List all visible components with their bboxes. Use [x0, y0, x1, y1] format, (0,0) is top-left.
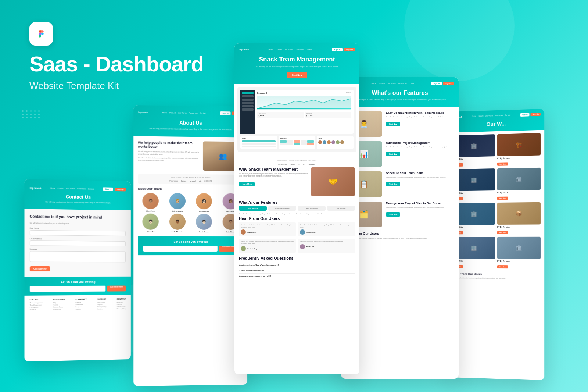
works-nav-contact[interactable]: Contact	[505, 114, 510, 116]
snack-nav-ourworks[interactable]: Our Works	[284, 49, 293, 51]
about-logo: logomark	[138, 111, 148, 113]
contact-nav-resources[interactable]: Resources	[77, 188, 86, 190]
work-btn-2[interactable]: Start Now	[497, 162, 508, 166]
work-thumb-4: 🏛️	[497, 168, 541, 190]
about-newsletter-input[interactable]	[143, 245, 217, 251]
snack-nav-feature[interactable]: Feature	[276, 49, 282, 51]
feature-btn-1[interactable]: Start Now	[386, 122, 400, 126]
about-newsletter-title: Let us send you offering	[143, 240, 238, 243]
snack-nav-home[interactable]: Home	[268, 49, 273, 51]
about-nav-product[interactable]: Product	[169, 111, 176, 114]
contact-nav-product[interactable]: Product	[57, 187, 64, 189]
features-signup-btn[interactable]: Sign Up	[443, 82, 454, 85]
faq-item-3[interactable]: How many team members can I add?	[239, 274, 355, 279]
snack-signin-btn[interactable]: Sign In	[332, 48, 343, 51]
faq-item-1[interactable]: How to start using Snack Team Management…	[239, 263, 355, 268]
email-input[interactable]	[30, 240, 126, 246]
contact-submit-btn[interactable]: ContactNow	[30, 266, 50, 271]
testimonial-4-name: Albert Lime	[306, 246, 314, 247]
features-hear-text: We will also facilitate the business reg…	[345, 238, 454, 240]
feature-btn-4[interactable]: Start Now	[386, 212, 400, 217]
feature-tab-project[interactable]: Project Management	[268, 206, 296, 211]
works-nav-feature[interactable]: Feature	[478, 115, 483, 117]
contact-left-text: Contact me to if you have project in min…	[30, 214, 126, 220]
feature-tab-team-msg[interactable]: Team Message	[239, 206, 267, 211]
footer-community: COMMUNITY CreatorsDevelopersDesignersSup…	[76, 298, 87, 310]
dash-calendar: Schedule	[279, 136, 315, 149]
contact-newsletter-input[interactable]	[30, 285, 105, 292]
work-btn-4[interactable]: Start Now	[497, 197, 508, 200]
snack-nav-resources[interactable]: Resources	[295, 49, 304, 51]
about-hero-heading: We help people to make their team works …	[138, 140, 199, 150]
dash-cal-title: Schedule	[280, 138, 314, 139]
svg-marker-0	[257, 99, 351, 110]
work-btn-6[interactable]: Start Now	[497, 231, 508, 234]
features-title: What's our Features	[345, 90, 454, 96]
works-nav-ourworks[interactable]: Our Works	[485, 115, 493, 117]
testimonial-1: We will also facilitate the business reg…	[239, 222, 296, 236]
works-nav-home[interactable]: Home	[472, 115, 476, 117]
faq-item-2[interactable]: Is there a free trial available?	[239, 268, 355, 274]
about-nav-contact[interactable]: Contact	[200, 112, 206, 114]
snack-learn-more-btn[interactable]: Learn More	[239, 182, 255, 186]
cal-8	[294, 143, 300, 145]
snack-nav-contact[interactable]: Contact	[306, 49, 312, 51]
about-nav-resources[interactable]: Resources	[189, 112, 198, 114]
snack-trust-logos: Flowbase Canva ▲ att CBMPAT	[239, 163, 355, 165]
works-signup-btn[interactable]: Sign Up	[531, 113, 541, 116]
contact-signup-btn[interactable]: Sign Up	[115, 188, 126, 191]
feature-btn-3[interactable]: Start Now	[386, 182, 400, 186]
features-nav-resources[interactable]: Resources	[398, 82, 407, 85]
avatar-bessie: 👨🏻	[196, 214, 212, 230]
feature-tab-tasks[interactable]: Tasks Scheduling	[298, 206, 326, 211]
feature-icon-2: 📊	[359, 150, 369, 158]
message-input[interactable]	[30, 251, 126, 262]
cal-2	[287, 140, 294, 143]
works-nav-resources[interactable]: Resources	[495, 114, 503, 117]
work-btn-8[interactable]: Start Now	[497, 265, 508, 268]
works-hear-title: Hear From Our Users	[453, 272, 541, 276]
features-signin-btn[interactable]: Sign In	[431, 82, 442, 85]
work-thumb-8: 🏛️	[497, 237, 541, 259]
snack-features-tabs: Team Message Project Management Tasks Sc…	[239, 206, 355, 211]
testimonial-1-text: We will also facilitate the business reg…	[241, 224, 294, 228]
snack-signup-btn[interactable]: Sign Up	[344, 48, 355, 51]
contact-newsletter-btn[interactable]: Subscribe Now	[107, 285, 126, 291]
contact-nav-home[interactable]: Home	[50, 187, 55, 189]
feature-desc-2: We will facilitate the business regardin…	[386, 146, 454, 148]
works-signin-btn[interactable]: Sign In	[520, 113, 529, 117]
snack-hear-title: Hear From Our Users	[239, 216, 355, 221]
works-body: 🏢 PT Sari Rita Start Now 🏗️ PT Dji Ro Lo…	[449, 130, 544, 283]
about-nav-home[interactable]: Home	[162, 111, 167, 114]
about-signin-btn[interactable]: Sign In	[220, 111, 230, 115]
features-nav-works[interactable]: Our Works	[387, 82, 396, 85]
dash-title: Dashboard	[257, 92, 267, 94]
work-item-5: 🏢 PT Sari Rita Start Now	[453, 203, 495, 235]
trust-logo-3: ▲ slack	[189, 179, 196, 182]
feature-heading-3: Schedule Your Team Tasks	[386, 171, 454, 175]
snack-start-btn[interactable]: Start Now	[287, 72, 307, 78]
features-nav-contact[interactable]: Contact	[409, 82, 415, 85]
work-thumb-icon-8: 🏛️	[516, 245, 522, 251]
features-sub: We will offer you a better effective way…	[345, 99, 454, 101]
about-trust-logos: Flowbase Canva ▲ slack att CBMPAT	[141, 179, 239, 182]
about-nav-works[interactable]: Our Works	[178, 112, 187, 114]
contact-nav-works[interactable]: Our Works	[66, 187, 75, 189]
cal-3	[294, 140, 300, 143]
faq-q-3: How many team members can I add?	[239, 275, 355, 277]
works-title: Our W...	[453, 120, 541, 128]
snack-why-image: 🤝	[311, 167, 355, 196]
feature-icon-3: 📋	[359, 180, 369, 189]
snack-nav-btns: Sign In Sign Up	[332, 48, 355, 51]
dashboard-preview: Dashboard Jul 2022 Total Users 2,840	[237, 87, 356, 152]
features-nav-feature[interactable]: Feature	[379, 82, 385, 85]
work-thumb-icon-6: 📦	[516, 210, 522, 216]
footer-support-items: Help CenterSupportPrivacy PolicyCookies	[97, 301, 107, 310]
contact-nav-contact[interactable]: Contact	[88, 188, 94, 190]
contact-signin-btn[interactable]: Sign In	[103, 187, 113, 191]
firstname-input[interactable]	[30, 230, 126, 236]
features-nav-home[interactable]: Home	[371, 82, 376, 85]
work-name-1: PT Sari Rita	[453, 157, 495, 160]
feature-tab-files[interactable]: File Manager	[327, 206, 355, 211]
feature-btn-2[interactable]: Start Now	[386, 152, 400, 156]
